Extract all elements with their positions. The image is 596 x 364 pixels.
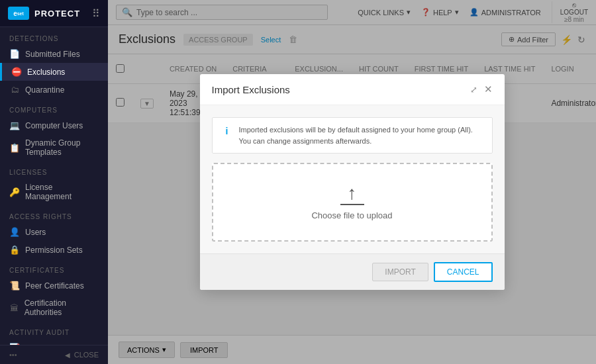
info-text: Imported exclusions will be by default a…	[239, 124, 483, 146]
sidebar-item-cert-authorities[interactable]: 🏛 Certification Authorities	[0, 295, 108, 321]
expand-icon[interactable]: ⤢	[470, 85, 477, 95]
modal-import-btn[interactable]: IMPORT	[372, 263, 428, 281]
sidebar-item-label: Exclusions	[27, 68, 65, 77]
sidebar-item-audit-log[interactable]: 📝 Audit Log	[0, 339, 108, 345]
computer-users-icon: 💻	[9, 120, 20, 130]
sidebar-item-quarantine[interactable]: 🗂 Quarantine	[0, 81, 108, 99]
sidebar-item-label: Certification Authorities	[25, 298, 99, 317]
sidebar-nav: DETECTIONS 📄 Submitted Files ⛔ Exclusion…	[0, 27, 108, 345]
close-sidebar-label[interactable]: CLOSE	[74, 351, 99, 359]
more-icon: •••	[9, 351, 17, 359]
sidebar-item-label: License Management	[25, 183, 99, 201]
sidebar-item-label: Quarantine	[25, 85, 64, 95]
modal-footer: IMPORT CANCEL	[200, 253, 505, 290]
users-icon: 👤	[9, 227, 20, 237]
sidebar-item-permission-sets[interactable]: 🔒 Permission Sets	[0, 241, 108, 259]
section-title-activity-audit: ACTIVITY AUDIT	[0, 321, 108, 339]
sidebar-item-dynamic-group[interactable]: 📋 Dynamic Group Templates	[0, 134, 108, 161]
info-box: i Imported exclusions will be by default…	[212, 117, 493, 154]
logo-text: PROTECT	[34, 9, 80, 19]
sidebar-item-label: Submitted Files	[25, 50, 80, 59]
dynamic-group-icon: 📋	[9, 143, 20, 153]
sidebar-item-peer-certs[interactable]: 📜 Peer Certificates	[0, 277, 108, 295]
cert-auth-icon: 🏛	[9, 303, 19, 313]
sidebar-item-computer-users[interactable]: 💻 Computer Users	[0, 116, 108, 134]
section-title-certificates: CERTIFICATES	[0, 259, 108, 277]
sidebar-item-label: Dynamic Group Templates	[25, 138, 99, 157]
modal-header: Import Exclusions ⤢ ✕	[200, 74, 505, 105]
upload-arrow-line	[340, 204, 364, 205]
sidebar-more-btn[interactable]: •••	[9, 351, 17, 359]
sidebar-item-label: Permission Sets	[25, 246, 83, 255]
close-icon[interactable]: ✕	[484, 83, 493, 95]
grid-icon[interactable]: ⠿	[92, 7, 100, 20]
peer-certs-icon: 📜	[9, 281, 20, 291]
section-title-licenses: LICENSES	[0, 161, 108, 179]
sidebar-item-label: Computer Users	[25, 121, 83, 130]
info-icon: i	[222, 124, 232, 138]
sidebar-arrow-icon[interactable]: ◀	[65, 351, 70, 359]
modal-header-icons: ⤢ ✕	[470, 83, 493, 95]
section-title-access-rights: ACCESS RIGHTS	[0, 205, 108, 223]
upload-arrow-icon: ↑	[340, 184, 364, 205]
section-title-detections: DETECTIONS	[0, 27, 108, 45]
permission-icon: 🔒	[9, 245, 20, 255]
modal-body: i Imported exclusions will be by default…	[200, 105, 505, 253]
sidebar: eset PROTECT ⠿ DETECTIONS 📄 Submitted Fi…	[0, 0, 108, 364]
quarantine-icon: 🗂	[9, 85, 20, 95]
sidebar-item-submitted-files[interactable]: 📄 Submitted Files	[0, 45, 108, 63]
sidebar-item-label: Peer Certificates	[25, 281, 84, 291]
sidebar-item-users[interactable]: 👤 Users	[0, 223, 108, 241]
modal-title: Import Exclusions	[212, 84, 290, 95]
modal-overlay: Import Exclusions ⤢ ✕ i Imported exclusi…	[108, 0, 596, 364]
exclusions-icon: ⛔	[11, 67, 22, 77]
license-icon: 🔑	[9, 187, 20, 197]
sidebar-bottom: ••• ◀ CLOSE	[0, 345, 108, 364]
logo-icon: eset	[8, 7, 29, 20]
upload-area[interactable]: ↑ Choose file to upload	[212, 163, 493, 242]
import-exclusions-modal: Import Exclusions ⤢ ✕ i Imported exclusi…	[200, 74, 505, 290]
section-title-computers: COMPUTERS	[0, 99, 108, 116]
submitted-files-icon: 📄	[9, 49, 20, 59]
sidebar-item-license[interactable]: 🔑 License Management	[0, 179, 108, 205]
upload-text: Choose file to upload	[311, 210, 392, 220]
modal-cancel-btn[interactable]: CANCEL	[434, 262, 493, 282]
logo-area: eset PROTECT ⠿	[0, 0, 108, 27]
sidebar-item-exclusions[interactable]: ⛔ Exclusions	[0, 63, 108, 81]
sidebar-item-label: Users	[25, 228, 46, 237]
